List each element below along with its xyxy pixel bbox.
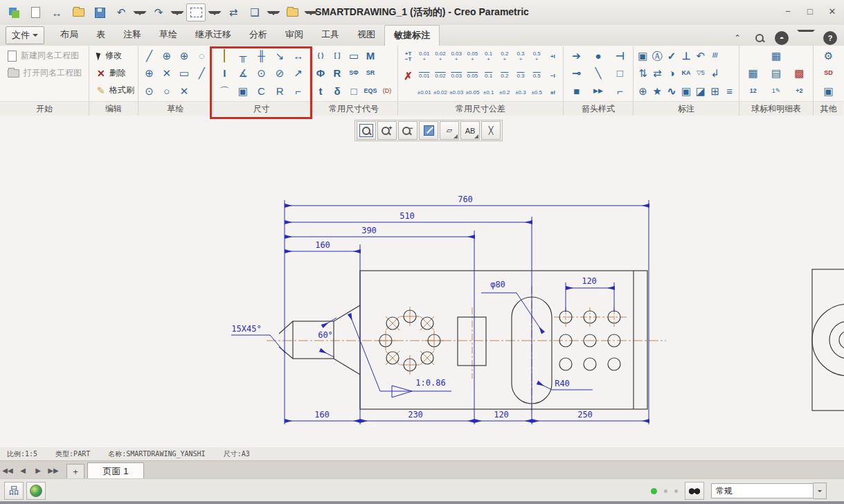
tab-layout[interactable]: 布局 [51,25,87,46]
select-mode-dropdown[interactable] [208,11,222,17]
open-button[interactable] [69,3,88,21]
sketch-point-circle-icon[interactable]: ⊙ [143,86,156,96]
windows-button[interactable]: ❑ [245,3,264,21]
tol-sym-05-icon[interactable]: ±0.5 [530,90,543,96]
dimension-text[interactable]: 390 [361,226,377,235]
tol-plus-custom-icon[interactable]: +I [546,54,559,60]
dimension-text[interactable]: R40 [555,379,570,388]
code-m-icon[interactable]: M [364,51,377,61]
tol-minus-003-icon[interactable]: 0.03 [450,73,463,79]
delete-button[interactable]: x ✕ 删除 [91,64,136,82]
sketch-chamfer-icon[interactable]: ▭ [178,68,190,78]
community-button[interactable]: ◓ [775,31,789,45]
balloon-icon[interactable]: ⊕ [636,86,649,96]
new-same-name-drawing-button[interactable]: 新建同名工程图 [2,47,87,64]
tol-sym-custom-icon[interactable]: ±I [546,90,559,96]
code-brackets-icon[interactable]: [ ] [331,51,343,61]
tol-sym-01-icon[interactable]: ±0.1 [483,90,495,96]
tol-plus-02-icon[interactable]: 0.2 + [499,51,511,62]
sketch-line-icon[interactable]: ╱ [143,51,156,61]
arrow-circle-icon[interactable]: ⊸ [571,68,583,78]
renumber-icon[interactable]: 12 [747,86,760,96]
tol-minus-custom-icon[interactable]: −I [546,73,559,79]
minimize-ribbon-button[interactable]: ⌃ [730,31,744,45]
dim-chamfer-icon[interactable]: C [255,86,267,96]
redo-dropdown[interactable] [170,11,184,17]
code-spherical-diameter-icon[interactable]: SΦ [348,68,360,78]
fit-button[interactable]: ↔ [47,3,66,21]
settings-gear-icon[interactable]: ⚙ [823,51,835,61]
tol-plus-03-icon[interactable]: 0.3 + [514,51,527,62]
search-model-button[interactable] [685,482,704,500]
prev-page-button[interactable]: ◀ [15,463,30,477]
arrow-dot-icon[interactable]: ● [592,51,604,61]
tol-sym-03-icon[interactable]: ±0.3 [514,90,527,96]
dimension-text[interactable]: φ80 [490,280,505,289]
sketch-point-icon[interactable]: ✕ [178,86,190,96]
weld-symbol-icon[interactable]: ⊥ [680,51,692,61]
code-d-icon[interactable]: (D) [381,86,393,96]
tol-minus-001-icon[interactable]: 0.01 [418,73,431,79]
dimension-text[interactable]: 250 [577,410,593,420]
next-page-button[interactable]: ▶ [30,463,46,477]
drawing-sheet[interactable]: 760510390160120φ8015X45°60°1:0.86R401602… [0,116,844,447]
tab-legacy-migration[interactable]: 继承迁移 [186,25,240,46]
code-box-icon[interactable]: ▭ [348,51,360,61]
dim-ordinate-icon[interactable]: ╥ [237,51,249,61]
tab-view[interactable]: 视图 [348,25,384,46]
tol-minus-002-icon[interactable]: 0.02 [434,73,447,79]
dim-baseline-icon[interactable]: ╫ [255,51,267,61]
dim-vertical-icon[interactable]: Ι [218,68,231,78]
arrow-half-icon[interactable]: ⌐ [613,86,626,96]
datum-target-icon[interactable]: ▣ [636,51,649,61]
dim-radius-note-icon[interactable]: R [273,86,286,96]
dim-box-icon[interactable]: ▣ [237,86,249,96]
dimension-text[interactable]: 230 [408,410,423,420]
tab-tools[interactable]: 工具 [312,25,348,46]
maximize-button[interactable]: □ [804,6,816,17]
save-button[interactable] [90,3,109,21]
dim-leader-icon[interactable]: ↗ [292,68,305,78]
dimension-text[interactable]: 60° [318,330,333,340]
surface-finish-icon[interactable]: ✓ [665,51,678,61]
tol-sym-005-icon[interactable]: ±0.05 [465,90,479,96]
sketch-construction-circle-icon[interactable]: ◌ [195,51,208,61]
app-icon[interactable] [4,3,24,21]
code-delta-icon[interactable]: δ [331,86,343,96]
arrow-slash-icon[interactable]: ╲ [592,68,604,78]
dim-arc-icon[interactable]: ⌒ [218,86,231,96]
tol-sym-02-icon[interactable]: ±0.2 [499,90,511,96]
code-eqs-icon[interactable]: EQS [363,86,377,96]
toolbar-options-dropdown[interactable] [304,11,318,17]
tol-plus-001-icon[interactable]: 0.01 + [418,51,431,62]
tol-sym-001-icon[interactable]: ±0.01 [417,90,431,96]
edit-balloon-icon[interactable]: 1✎ [770,86,782,96]
dimension-text[interactable]: 1:0.86 [415,378,445,388]
arrow-double-icon[interactable]: ▶▶ [592,86,604,96]
redo-button[interactable]: ↷ [149,3,168,21]
dimension-text[interactable]: 510 [399,211,415,221]
close-button[interactable]: ✕ [826,6,838,17]
bom-table-icon[interactable]: ▦ [770,51,782,61]
spline-leader-icon[interactable]: ∿ [665,86,678,96]
tol-minus-05-icon[interactable]: 0.5 [530,73,543,79]
tab-table[interactable]: 表 [87,25,114,46]
arrow-none-icon[interactable]: ⊣ [613,51,626,61]
tol-minus-02-icon[interactable]: 0.2 [499,73,511,79]
last-page-button[interactable]: ▶▶ [46,463,61,477]
dim-angle-icon[interactable]: ∡ [237,68,249,78]
arrow-open-box-icon[interactable]: □ [613,68,626,78]
sd-icon[interactable]: SD [823,68,835,78]
code-spherical-radius-icon[interactable]: SR [364,68,377,78]
new-file-button[interactable] [26,3,45,21]
datum-tag-icon[interactable]: KA [680,68,692,78]
drawing-canvas[interactable]: +−▱AB╳ [0,116,844,447]
dim-diameter-icon[interactable]: ⊘ [273,68,286,78]
dimension-text[interactable]: 120 [582,276,597,286]
dimension-text[interactable]: 160 [315,240,330,250]
sketch-line-2point-icon[interactable]: ╱ [195,68,208,78]
table-icon[interactable]: ⊞ [709,86,721,96]
sketch-circle-icon[interactable]: ⊕ [143,68,156,78]
tol-sym-003-icon[interactable]: ±0.03 [449,90,463,96]
file-menu-button[interactable]: 文件 [6,26,44,44]
